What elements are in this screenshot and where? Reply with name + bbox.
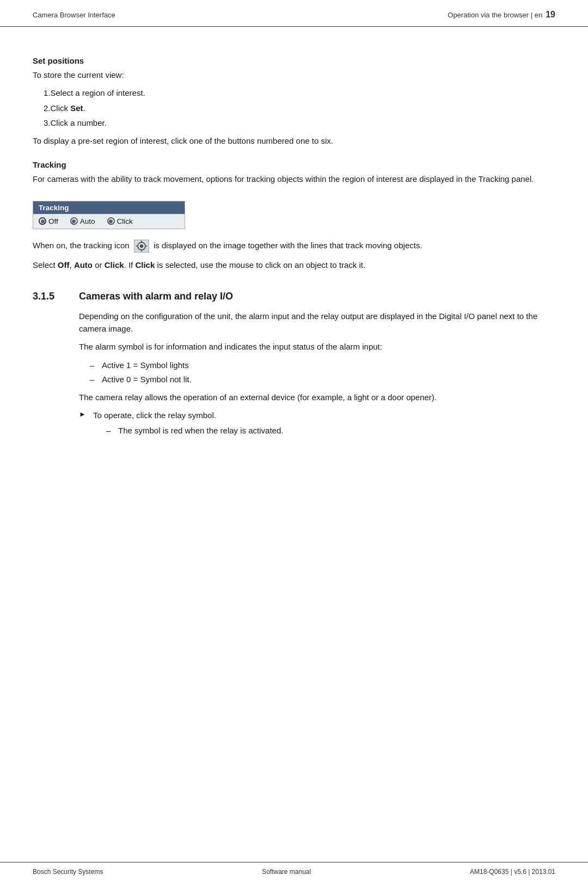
section-315-content: Depending on the configuration of the un… [33, 310, 555, 438]
radio-click-inner [109, 219, 113, 223]
section-315: 3.1.5 Cameras with alarm and relay I/O D… [33, 291, 555, 438]
step-2: 2. Click Set. [33, 102, 555, 114]
tracking-panel-header: Tracking [33, 201, 185, 214]
relay-item: ► To operate, click the relay symbol. – … [79, 409, 555, 438]
tracking-option-off[interactable]: Off [39, 217, 58, 225]
section-315-para2: The alarm symbol is for information and … [79, 340, 555, 353]
page-footer: Bosch Security Systems Software manual A… [0, 862, 588, 881]
section-315-title: Cameras with alarm and relay I/O [79, 291, 233, 302]
relay-item-content: To operate, click the relay symbol. – Th… [93, 409, 283, 438]
step-1-text: Select a region of interest. [51, 87, 145, 99]
tracking-option-click[interactable]: Click [107, 217, 133, 225]
relay-sub-text: The symbol is red when the relay is acti… [118, 424, 283, 437]
footer-right: AM18-Q0635 | v5.6 | 2013.01 [470, 868, 555, 876]
tracking-instruction: Select Off, Auto or Click. If Click is s… [33, 259, 555, 271]
radio-off-inner [41, 219, 45, 223]
alarm-item-2: – Active 0 = Symbol not lit. [90, 373, 555, 386]
tracking-panel-body: Off Auto Click [33, 214, 185, 229]
step-2-text: Click Set. [51, 102, 85, 114]
header-left: Camera Browser Interface [33, 11, 115, 19]
set-positions-heading: Set positions [33, 56, 555, 65]
page-number: 19 [546, 10, 555, 20]
tracking-note-part1: When on, the tracking icon [33, 241, 130, 250]
footer-left: Bosch Security Systems [33, 868, 103, 876]
tracking-icon [133, 239, 150, 253]
set-positions-steps: 1. Select a region of interest. 2. Click… [33, 87, 555, 129]
main-content: Set positions To store the current view:… [0, 27, 588, 487]
tracking-panel: Tracking Off Auto [33, 201, 185, 229]
section-315-number: 3.1.5 [33, 291, 63, 302]
section-315-para1: Depending on the configuration of the un… [79, 310, 555, 335]
tracking-option-auto[interactable]: Auto [70, 217, 95, 225]
section-315-heading-row: 3.1.5 Cameras with alarm and relay I/O [33, 291, 555, 302]
tracking-description: For cameras with the ability to track mo… [33, 173, 555, 185]
set-positions-note: To display a pre-set region of interest,… [33, 134, 555, 147]
tracking-note-part2: is displayed on the image together with … [154, 241, 422, 250]
relay-instruction: To operate, click the relay symbol. [93, 411, 216, 420]
set-positions-section: Set positions To store the current view:… [33, 56, 555, 147]
step-3: 3. Click a number. [33, 117, 555, 129]
relay-sub-item: – The symbol is red when the relay is ac… [106, 424, 283, 437]
relay-list: ► To operate, click the relay symbol. – … [79, 409, 555, 438]
step-1: 1. Select a region of interest. [33, 87, 555, 99]
tracking-note: When on, the tracking icon is displayed … [33, 239, 555, 253]
header-right-text: Operation via the browser | en [448, 11, 542, 19]
alarm-item-1-text: Active 1 = Symbol lights [102, 359, 189, 371]
tracking-auto-label: Auto [80, 217, 95, 225]
radio-click[interactable] [107, 217, 115, 225]
alarm-list: – Active 1 = Symbol lights – Active 0 = … [90, 359, 555, 386]
tracking-click-label: Click [117, 217, 133, 225]
step-3-text: Click a number. [51, 117, 107, 129]
radio-auto[interactable] [70, 217, 78, 225]
set-positions-intro: To store the current view: [33, 69, 555, 81]
alarm-item-1: – Active 1 = Symbol lights [90, 359, 555, 371]
tracking-off-label: Off [48, 217, 58, 225]
radio-auto-inner [72, 219, 76, 223]
header-right: Operation via the browser | en 19 [448, 10, 555, 20]
footer-center: Software manual [262, 868, 311, 876]
svg-point-2 [140, 244, 143, 248]
alarm-item-2-text: Active 0 = Symbol not lit. [102, 373, 192, 386]
tracking-heading: Tracking [33, 160, 555, 169]
page-header: Camera Browser Interface Operation via t… [0, 0, 588, 27]
section-315-para3: The camera relay allows the operation of… [79, 391, 555, 403]
tracking-section: Tracking For cameras with the ability to… [33, 160, 555, 271]
relay-sub-list: – The symbol is red when the relay is ac… [106, 424, 283, 437]
radio-off[interactable] [39, 217, 46, 225]
